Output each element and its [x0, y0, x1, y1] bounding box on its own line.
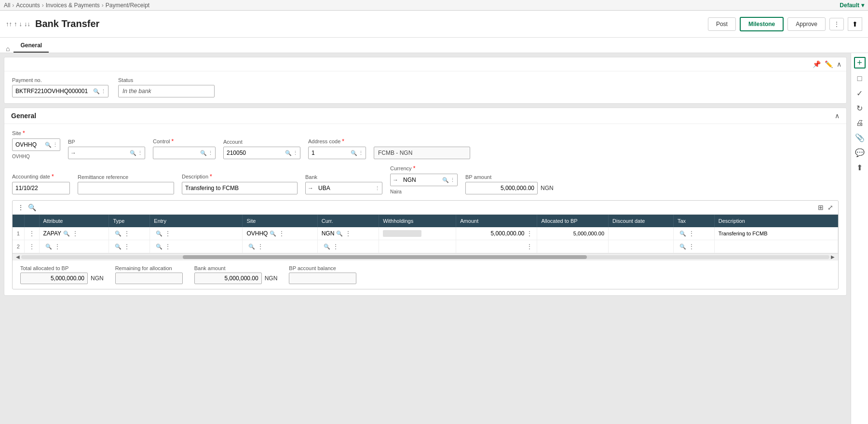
more-entry-1[interactable]: ⋮ [164, 230, 171, 237]
nav-last[interactable]: ↓↓ [24, 20, 30, 27]
more-icon-payment[interactable]: ⋮ [101, 88, 106, 95]
dropdown-arrow[interactable]: ▾ [861, 2, 864, 9]
more-icon-currency[interactable]: ⋮ [450, 177, 455, 183]
search-site-1[interactable]: 🔍 [270, 231, 276, 237]
more-icon-control[interactable]: ⋮ [208, 150, 213, 156]
search-icon-bp[interactable]: 🔍 [130, 150, 136, 156]
table-menu-icon[interactable]: ⋮ [17, 204, 24, 211]
row-actions-2[interactable]: ⋮ [24, 240, 39, 253]
search-type-1[interactable]: 🔍 [115, 231, 122, 237]
more-tax-1[interactable]: ⋮ [688, 230, 695, 237]
search-type-2[interactable]: 🔍 [115, 244, 122, 250]
table-search-icon[interactable]: 🔍 [28, 204, 36, 211]
bank-input[interactable] [315, 184, 373, 192]
remaining-input[interactable] [115, 273, 183, 284]
more-type-1[interactable]: ⋮ [123, 230, 130, 237]
more-site-2[interactable]: ⋮ [257, 243, 264, 250]
sidebar-refresh-icon[interactable]: ↻ [856, 104, 863, 113]
bp-input[interactable] [78, 149, 128, 157]
edit-icon[interactable]: ✏️ [825, 60, 833, 68]
more-entry-2[interactable]: ⋮ [164, 243, 171, 250]
general-collapse[interactable]: ∧ [835, 112, 840, 120]
total-allocated-input[interactable] [20, 273, 88, 284]
nav-prev[interactable]: ↑ [14, 20, 17, 27]
search-site-2[interactable]: 🔍 [248, 244, 255, 250]
more-type-2[interactable]: ⋮ [123, 243, 130, 250]
nav-next[interactable]: ↓ [19, 20, 23, 27]
more-attr-2[interactable]: ⋮ [54, 243, 61, 250]
control-input[interactable] [153, 149, 198, 157]
account-input[interactable] [224, 149, 283, 157]
currency-input[interactable] [400, 176, 440, 184]
horizontal-scrollbar[interactable]: ◀ ▶ [13, 253, 838, 260]
scroll-right[interactable]: ▶ [829, 254, 836, 260]
more-curr-1[interactable]: ⋮ [345, 230, 352, 237]
bp-balance-input[interactable] [289, 273, 356, 284]
address-code-input[interactable] [309, 149, 349, 157]
breadcrumb-invoices[interactable]: Invoices & Payments [46, 2, 100, 9]
total-allocated-currency: NGN [91, 275, 104, 282]
accounting-date-input[interactable] [13, 184, 69, 192]
scroll-track[interactable] [21, 255, 829, 259]
cell-allocated-1: 5,000,000.00 [537, 227, 609, 240]
user-menu[interactable]: Default ▾ [840, 2, 864, 9]
export-button[interactable]: ⬆ [848, 17, 862, 31]
table-layers-icon[interactable]: ⊞ [818, 204, 824, 211]
search-attr-1[interactable]: 🔍 [63, 231, 70, 237]
more-site-1[interactable]: ⋮ [278, 230, 285, 237]
sidebar-print-icon[interactable]: 🖨 [856, 119, 864, 127]
pin-icon[interactable]: 📌 [813, 60, 821, 68]
more-icon-site[interactable]: ⋮ [53, 142, 58, 148]
breadcrumb-accounts[interactable]: Accounts [16, 2, 40, 9]
status-value: In the bank [118, 85, 215, 97]
search-icon-control[interactable]: 🔍 [200, 150, 207, 156]
sidebar-chat-icon[interactable]: 💬 [855, 148, 865, 157]
search-curr-2[interactable]: 🔍 [324, 244, 330, 250]
sidebar-check-icon[interactable]: ✓ [856, 89, 863, 98]
payment-no-input[interactable] [13, 87, 91, 96]
sidebar-plus-icon[interactable]: + [854, 57, 866, 68]
description-input[interactable] [182, 184, 297, 192]
more-tax-2[interactable]: ⋮ [688, 243, 695, 250]
site-input[interactable] [13, 140, 43, 149]
more-curr-2[interactable]: ⋮ [332, 243, 339, 250]
collapse-icon[interactable]: ∧ [837, 60, 841, 68]
search-curr-1[interactable]: 🔍 [336, 231, 343, 237]
bp-amount-input[interactable] [466, 184, 537, 192]
search-icon-address[interactable]: 🔍 [351, 150, 357, 156]
bank-amount-input[interactable] [194, 273, 262, 284]
sidebar-upload-icon[interactable]: ⬆ [856, 163, 863, 172]
home-tab-icon[interactable]: ⌂ [6, 45, 10, 53]
sidebar-clip-icon[interactable]: 📎 [855, 133, 865, 142]
search-tax-2[interactable]: 🔍 [679, 244, 686, 250]
search-icon-site[interactable]: 🔍 [45, 142, 52, 148]
search-icon-payment[interactable]: 🔍 [93, 88, 100, 95]
more-button[interactable]: ⋮ [829, 18, 844, 30]
more-icon-bp[interactable]: ⋮ [137, 150, 143, 156]
remittance-input[interactable] [78, 184, 174, 192]
bank-amount-label: Bank amount [194, 265, 278, 271]
tab-general[interactable]: General [14, 39, 49, 53]
more-amount-1[interactable]: ⋮ [526, 230, 533, 237]
more-icon-account[interactable]: ⋮ [293, 150, 298, 156]
more-icon-bank[interactable]: ⋮ [375, 185, 380, 191]
more-attr-1[interactable]: ⋮ [72, 230, 79, 237]
table-fullscreen-icon[interactable]: ⤢ [827, 204, 833, 211]
search-attr-2[interactable]: 🔍 [45, 244, 52, 250]
search-entry-2[interactable]: 🔍 [156, 244, 163, 250]
search-icon-account[interactable]: 🔍 [285, 150, 292, 156]
post-button[interactable]: Post [708, 17, 736, 31]
search-icon-currency[interactable]: 🔍 [442, 177, 449, 183]
scroll-left[interactable]: ◀ [14, 254, 21, 260]
currency-group: Currency * → 🔍 ⋮ Naira [390, 165, 458, 194]
row-actions-1[interactable]: ⋮ [24, 227, 39, 240]
sidebar-square-icon[interactable]: □ [857, 74, 862, 83]
approve-button[interactable]: Approve [787, 17, 826, 31]
search-entry-1[interactable]: 🔍 [156, 231, 163, 237]
milestone-button[interactable]: Milestone [740, 17, 784, 31]
breadcrumb-all[interactable]: All [4, 2, 10, 9]
more-amount-2[interactable]: ⋮ [526, 243, 533, 250]
search-tax-1[interactable]: 🔍 [679, 231, 686, 237]
nav-first[interactable]: ↑↑ [6, 20, 12, 27]
more-icon-address[interactable]: ⋮ [358, 150, 364, 156]
